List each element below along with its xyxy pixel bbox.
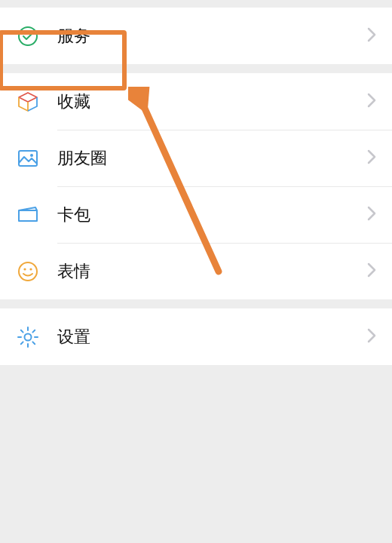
svg-point-4 <box>23 268 26 270</box>
cube-icon <box>15 89 41 115</box>
svg-point-2 <box>30 154 33 157</box>
chevron-right-icon <box>366 327 377 348</box>
menu-item-services[interactable]: 服务 <box>0 8 392 64</box>
svg-point-5 <box>29 268 32 270</box>
menu-item-favorites[interactable]: 收藏 <box>0 73 392 130</box>
menu-item-label: 收藏 <box>57 90 366 113</box>
service-icon <box>15 23 41 49</box>
chevron-right-icon <box>366 148 377 169</box>
chevron-right-icon <box>366 26 377 47</box>
chevron-right-icon <box>366 261 377 282</box>
wallet-icon <box>15 202 41 228</box>
menu-item-moments[interactable]: 朋友圈 <box>0 130 392 186</box>
menu-item-label: 设置 <box>57 326 366 348</box>
chevron-right-icon <box>366 91 377 112</box>
menu-item-settings[interactable]: 设置 <box>0 308 392 365</box>
menu-section: 服务 <box>0 8 392 64</box>
menu-item-cards[interactable]: 卡包 <box>0 186 392 243</box>
svg-rect-1 <box>19 151 37 166</box>
menu-section: 设置 <box>0 308 392 365</box>
gear-icon <box>15 324 41 350</box>
menu-item-label: 朋友圈 <box>57 147 366 170</box>
svg-point-3 <box>19 262 37 281</box>
svg-point-6 <box>25 333 32 340</box>
menu-item-stickers[interactable]: 表情 <box>0 243 392 299</box>
menu-item-label: 表情 <box>57 260 366 283</box>
svg-point-0 <box>19 27 37 45</box>
menu-item-label: 卡包 <box>57 204 366 226</box>
photo-icon <box>15 146 41 171</box>
menu-item-label: 服务 <box>57 25 366 48</box>
chevron-right-icon <box>366 204 377 225</box>
smile-icon <box>15 259 41 284</box>
menu-section: 收藏 朋友圈 <box>0 73 392 299</box>
